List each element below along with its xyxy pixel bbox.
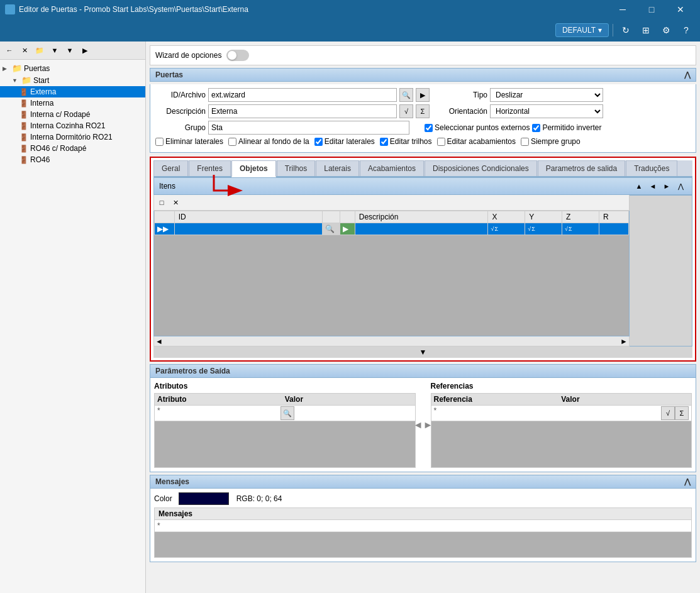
- col-nav: [340, 211, 355, 223]
- col-separator: ◄►: [421, 382, 426, 468]
- check-eliminar[interactable]: Eliminar laterales: [155, 137, 223, 146]
- wizard-toggle[interactable]: [226, 50, 249, 61]
- scroll-left-icon[interactable]: ◄: [155, 337, 163, 346]
- settings-button[interactable]: ⚙: [657, 21, 675, 39]
- tabs-row: Geral Frentes Objetos Trilhos Laterais A…: [153, 160, 692, 177]
- items-prev-button[interactable]: ◄: [647, 180, 659, 192]
- tab-disposiciones[interactable]: Disposiciones Condicionales: [425, 160, 537, 176]
- desc-sqrt-button[interactable]: √: [399, 104, 413, 118]
- orient-select[interactable]: Horizontal: [490, 104, 603, 118]
- puertas-title: Puertas: [155, 70, 183, 79]
- check-siempre-grupo[interactable]: Siempre grupo: [521, 137, 581, 146]
- attr-row-new[interactable]: * 🔍: [155, 406, 415, 421]
- tree-item-ro46[interactable]: 🚪 RO46: [0, 154, 145, 165]
- scroll-right-icon[interactable]: ►: [620, 337, 628, 346]
- check-alinear[interactable]: Alinear al fondo de la: [228, 137, 309, 146]
- tab-frentes[interactable]: Frentes: [189, 160, 231, 176]
- tree-item-interna-dorm[interactable]: 🚪 Interna Dormitório RO21: [0, 131, 145, 143]
- row-browse[interactable]: 🔍: [323, 223, 340, 235]
- id-action-button[interactable]: ▶: [416, 88, 430, 102]
- tree-item-ro46-rodape[interactable]: 🚪 RO46 c/ Rodapé: [0, 143, 145, 154]
- ref-new-indicator: *: [434, 406, 437, 420]
- toggle-knob: [228, 51, 236, 60]
- checkbox-seleccionar[interactable]: [425, 124, 433, 132]
- items-up-button[interactable]: ▲: [633, 180, 645, 192]
- items-collapse-button[interactable]: ⋀: [674, 180, 687, 192]
- color-swatch[interactable]: [179, 492, 229, 505]
- desc-input[interactable]: [208, 104, 397, 118]
- row-nav[interactable]: ▶: [340, 223, 355, 235]
- id-browse-button[interactable]: 🔍: [399, 88, 413, 102]
- grupo-input[interactable]: [208, 121, 409, 135]
- grid-button[interactable]: ⊞: [637, 21, 655, 39]
- check-seleccionar[interactable]: Seleccionar puntos externos: [425, 123, 530, 132]
- folder-button[interactable]: 📁: [33, 43, 47, 57]
- back-button[interactable]: ←: [3, 43, 16, 57]
- messages-col-header: Mensajes: [154, 507, 692, 520]
- tree-item-interna[interactable]: 🚪 Interna: [0, 97, 145, 109]
- tree-item-interna-rodape[interactable]: 🚪 Interna c/ Rodapé: [0, 109, 145, 120]
- tipo-label: Tipo: [437, 91, 487, 99]
- close-button[interactable]: ✕: [666, 0, 695, 19]
- desc-sigma-button[interactable]: Σ: [416, 104, 430, 118]
- tab-laterais[interactable]: Laterais: [316, 160, 359, 176]
- checkbox-editar[interactable]: [314, 138, 323, 146]
- checkbox-editar-trilhos[interactable]: [380, 138, 388, 146]
- form-row-id: ID/Archivo 🔍 ▶ Tipo Deslizar: [155, 88, 691, 102]
- messages-header[interactable]: Mensajes ⋀: [150, 475, 696, 489]
- tree-item-externa[interactable]: 🚪 Externa: [0, 86, 145, 97]
- ref-sqrt-button[interactable]: √: [661, 406, 675, 420]
- refresh-button[interactable]: ↻: [617, 21, 635, 39]
- tree-item-puertas[interactable]: ▶ 📁 Puertas: [0, 62, 145, 74]
- checkbox-alinear[interactable]: [228, 138, 236, 146]
- tipo-select[interactable]: Deslizar: [490, 88, 603, 102]
- check-editar-trilhos[interactable]: Editar trilhos: [380, 137, 432, 146]
- tab-objetos[interactable]: Objetos: [231, 160, 276, 177]
- items-next-button[interactable]: ►: [660, 180, 673, 192]
- tab-trilhos[interactable]: Trilhos: [277, 160, 316, 176]
- check-editar[interactable]: Editar laterales: [314, 137, 375, 146]
- h-scrollbar[interactable]: ◄ ►: [153, 336, 630, 346]
- messages-row-new[interactable]: *: [155, 520, 691, 532]
- table-add-button[interactable]: □: [155, 196, 168, 209]
- table-row[interactable]: ▶▶ 🔍 ▶ √ Σ: [155, 223, 629, 235]
- minimize-button[interactable]: ─: [608, 0, 637, 19]
- tab-traducoes[interactable]: Traduções: [626, 160, 677, 176]
- resize-handle[interactable]: ▼: [153, 346, 692, 358]
- help-button[interactable]: ?: [677, 21, 695, 39]
- params-header[interactable]: Parâmetros de Saída: [150, 364, 696, 378]
- tab-parametros[interactable]: Parametros de salida: [538, 160, 625, 176]
- table-delete-button[interactable]: ✕: [169, 196, 182, 209]
- attr-new-indicator: *: [157, 406, 160, 420]
- attr-browse-button[interactable]: 🔍: [281, 406, 294, 420]
- check-editar-label: Editar laterales: [325, 137, 375, 146]
- id-input[interactable]: [208, 88, 397, 102]
- maximize-button[interactable]: □: [637, 0, 666, 19]
- puertas-header[interactable]: Puertas ⋀: [150, 68, 696, 82]
- check-permitido[interactable]: Permitido inverter: [532, 123, 601, 132]
- check-acab-label: Editar acabamientos: [447, 137, 516, 146]
- checkbox-editar-acab[interactable]: [437, 138, 445, 146]
- ref-sigma-button[interactable]: Σ: [675, 406, 689, 420]
- tree-root: ▶ 📁 Puertas ▼ 📁 Start 🚪 Externa 🚪 Intern…: [0, 60, 145, 168]
- more-button[interactable]: ▼: [63, 43, 77, 57]
- checkbox-permitido[interactable]: [532, 124, 540, 132]
- col-browse: [323, 211, 340, 223]
- app-icon: [5, 4, 15, 14]
- checkbox-siempre-grupo[interactable]: [521, 138, 529, 146]
- tab-acabamientos[interactable]: Acabamientos: [360, 160, 424, 176]
- items-area: Itens ▲ ◄ ► ⋀ □ ✕: [153, 177, 692, 346]
- sidebar-expand-button[interactable]: ▶: [78, 43, 92, 57]
- arrow-down-button[interactable]: ▼: [48, 43, 62, 57]
- tree-label-puertas: Puertas: [24, 64, 50, 73]
- ref-row-new[interactable]: * √ Σ: [431, 406, 692, 421]
- row-id[interactable]: [174, 223, 322, 235]
- tree-item-interna-cozinha[interactable]: 🚪 Interna Cozinha RO21: [0, 120, 145, 131]
- tree-item-start[interactable]: ▼ 📁 Start: [0, 74, 145, 86]
- checkbox-eliminar[interactable]: [155, 138, 164, 146]
- remove-button[interactable]: ✕: [18, 43, 31, 57]
- check-editar-acab[interactable]: Editar acabamientos: [437, 137, 516, 146]
- params-section: Parâmetros de Saída Atributos Atributo V…: [150, 364, 696, 472]
- default-button[interactable]: DEFAULT ▾: [555, 23, 609, 37]
- tab-geral[interactable]: Geral: [153, 160, 188, 176]
